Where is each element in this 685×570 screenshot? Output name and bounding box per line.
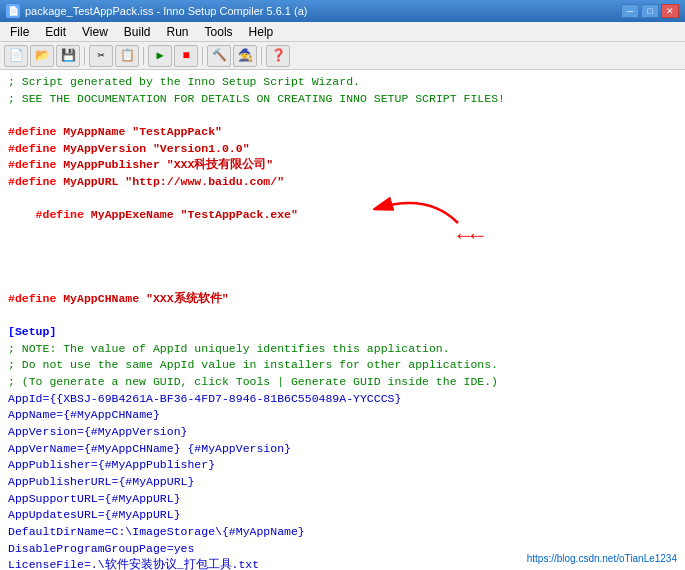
code-line-appsupurl: AppSupportURL={#MyAppURL} [8, 491, 677, 508]
menu-edit[interactable]: Edit [37, 22, 74, 41]
code-line-2: ; SEE THE DOCUMENTATION FOR DETAILS ON C… [8, 91, 677, 108]
menu-run[interactable]: Run [159, 22, 197, 41]
wizard-button[interactable]: 🧙 [233, 45, 257, 67]
title-bar-controls: ─ □ ✕ [621, 4, 679, 18]
menu-view[interactable]: View [74, 22, 116, 41]
menu-help[interactable]: Help [241, 22, 282, 41]
toolbar-sep1 [84, 47, 85, 65]
code-line-appupdurl: AppUpdatesURL={#MyAppURL} [8, 507, 677, 524]
code-line-apppuburl: AppPublisherURL={#MyAppURL} [8, 474, 677, 491]
toolbar: 📄 📂 💾 ✂ 📋 ▶ ■ 🔨 🧙 ❓ [0, 42, 685, 70]
code-line-c3: ; (To generate a new GUID, click Tools |… [8, 374, 677, 391]
cut-button[interactable]: ✂ [89, 45, 113, 67]
code-line-appvername: AppVerName={#MyAppCHName} {#MyAppVersion… [8, 441, 677, 458]
code-line-5: #define MyAppVersion "Version1.0.0" [8, 141, 677, 158]
menu-bar: File Edit View Build Run Tools Help [0, 22, 685, 42]
menu-file[interactable]: File [2, 22, 37, 41]
minimize-button[interactable]: ─ [621, 4, 639, 18]
title-bar-icon: 📄 [6, 4, 20, 18]
toolbar-sep4 [261, 47, 262, 65]
code-line-appid: AppId={{XBSJ-69B4261A-BF36-4FD7-8946-81B… [8, 391, 677, 408]
code-line-appname: AppName={#MyAppCHName} [8, 407, 677, 424]
new-button[interactable]: 📄 [4, 45, 28, 67]
maximize-button[interactable]: □ [641, 4, 659, 18]
save-button[interactable]: 💾 [56, 45, 80, 67]
code-line-9: #define MyAppCHName "XXX系统软件" [8, 291, 677, 308]
compile-button[interactable]: 🔨 [207, 45, 231, 67]
copy-button[interactable]: 📋 [115, 45, 139, 67]
help-button[interactable]: ❓ [266, 45, 290, 67]
close-button[interactable]: ✕ [661, 4, 679, 18]
watermark: https://blog.csdn.net/oTianLe1234 [527, 552, 677, 567]
code-line-c1: ; NOTE: The value of AppId uniquely iden… [8, 341, 677, 358]
title-bar: 📄 package_TestAppPack.iss - Inno Setup C… [0, 0, 685, 22]
code-line-appver: AppVersion={#MyAppVersion} [8, 424, 677, 441]
code-line-7: #define MyAppURL "http://www.baidu.com/" [8, 174, 677, 191]
toolbar-sep2 [143, 47, 144, 65]
title-bar-text: package_TestAppPack.iss - Inno Setup Com… [25, 5, 621, 17]
stop-button[interactable]: ■ [174, 45, 198, 67]
code-line-6: #define MyAppPublisher "XXX科技有限公司" [8, 157, 677, 174]
toolbar-sep3 [202, 47, 203, 65]
code-line-defdir: DefaultDirName=C:\ImageStorage\{#MyAppNa… [8, 524, 677, 541]
code-line-c2: ; Do not use the same AppId value in ins… [8, 357, 677, 374]
menu-build[interactable]: Build [116, 22, 159, 41]
code-line-1: ; Script generated by the Inno Setup Scr… [8, 74, 677, 91]
open-button[interactable]: 📂 [30, 45, 54, 67]
code-line-blank1 [8, 107, 677, 124]
code-line-apppub: AppPublisher={#MyAppPublisher} [8, 457, 677, 474]
run-button[interactable]: ▶ [148, 45, 172, 67]
code-line-8: #define MyAppExeName "TestAppPack.exe" ←… [8, 191, 677, 291]
code-line-blank2 [8, 307, 677, 324]
editor-area[interactable]: ; Script generated by the Inno Setup Scr… [0, 70, 685, 570]
code-line-section: [Setup] [8, 324, 677, 341]
code-line-4: #define MyAppName "TestAppPack" [8, 124, 677, 141]
menu-tools[interactable]: Tools [197, 22, 241, 41]
